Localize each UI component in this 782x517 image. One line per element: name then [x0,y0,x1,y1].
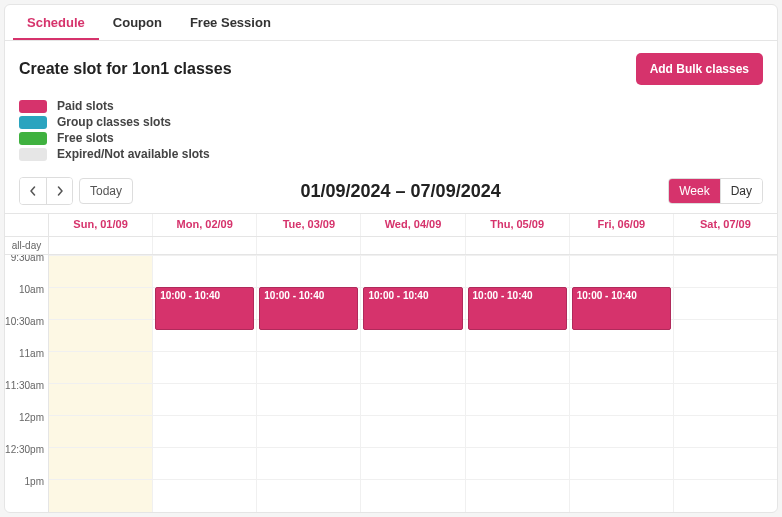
add-bulk-classes-button[interactable]: Add Bulk classes [636,53,763,85]
calendar-event[interactable]: 10:00 - 10:40 [572,287,671,330]
calendar-event[interactable]: 10:00 - 10:40 [363,287,462,330]
today-button[interactable]: Today [79,178,133,204]
time-label: 1pm [25,476,44,487]
tab-free-session[interactable]: Free Session [176,5,285,40]
allday-cell[interactable] [361,237,465,254]
chevron-left-icon [28,186,38,196]
tab-bar: Schedule Coupon Free Session [5,5,777,41]
calendar-event[interactable]: 10:00 - 10:40 [259,287,358,330]
page-title: Create slot for 1on1 classes [19,60,232,78]
legend-group: Group classes slots [19,115,763,129]
allday-cell[interactable] [674,237,777,254]
chevron-right-icon [55,186,65,196]
prev-button[interactable] [20,178,46,204]
tab-coupon[interactable]: Coupon [99,5,176,40]
calendar-event[interactable]: 10:00 - 10:40 [155,287,254,330]
allday-label: all-day [5,237,49,254]
nav-group [19,177,73,205]
time-label: 9:30am [11,255,44,263]
day-head-fri[interactable]: Fri, 06/09 [570,214,674,236]
legend-paid: Paid slots [19,99,763,113]
day-head-thu[interactable]: Thu, 05/09 [466,214,570,236]
time-label: 11am [19,348,44,359]
view-day-button[interactable]: Day [720,179,762,203]
day-column[interactable]: 10:00 - 10:40 [361,255,465,513]
time-label: 11:30am [5,380,44,391]
day-head-mon[interactable]: Mon, 02/09 [153,214,257,236]
day-head-sat[interactable]: Sat, 07/09 [674,214,777,236]
legend-group-label: Group classes slots [57,115,171,129]
legend-expired-label: Expired/Not available slots [57,147,210,161]
legend-paid-label: Paid slots [57,99,114,113]
date-range-title: 01/09/2024 – 07/09/2024 [301,181,501,202]
legend: Paid slots Group classes slots Free slot… [5,93,777,173]
allday-cell[interactable] [257,237,361,254]
tab-schedule[interactable]: Schedule [13,5,99,40]
time-label: 12pm [19,412,44,423]
calendar-body: 9:30am10am10:30am11am11:30am12pm12:30pm1… [5,255,777,513]
day-columns: 10:00 - 10:4010:00 - 10:4010:00 - 10:401… [49,255,777,513]
day-column[interactable]: 10:00 - 10:40 [466,255,570,513]
allday-cell[interactable] [466,237,570,254]
day-column[interactable] [674,255,777,513]
day-column[interactable]: 10:00 - 10:40 [257,255,361,513]
day-column[interactable] [49,255,153,513]
day-column[interactable]: 10:00 - 10:40 [570,255,674,513]
view-group: Week Day [668,178,763,204]
calendar: Sun, 01/09 Mon, 02/09 Tue, 03/09 Wed, 04… [5,213,777,513]
time-gutter: 9:30am10am10:30am11am11:30am12pm12:30pm1… [5,255,49,513]
swatch-paid [19,100,47,113]
day-head-sun[interactable]: Sun, 01/09 [49,214,153,236]
legend-expired: Expired/Not available slots [19,147,763,161]
allday-cell[interactable] [153,237,257,254]
day-column[interactable]: 10:00 - 10:40 [153,255,257,513]
allday-cell[interactable] [49,237,153,254]
swatch-free [19,132,47,145]
day-head-tue[interactable]: Tue, 03/09 [257,214,361,236]
next-button[interactable] [46,178,72,204]
legend-free: Free slots [19,131,763,145]
legend-free-label: Free slots [57,131,114,145]
calendar-toolbar: Today 01/09/2024 – 07/09/2024 Week Day [5,173,777,213]
calendar-event[interactable]: 10:00 - 10:40 [468,287,567,330]
allday-row: all-day [5,237,777,255]
scheduler-card: Schedule Coupon Free Session Create slot… [4,4,778,513]
calendar-header: Sun, 01/09 Mon, 02/09 Tue, 03/09 Wed, 04… [5,214,777,237]
header-row: Create slot for 1on1 classes Add Bulk cl… [5,41,777,93]
day-head-wed[interactable]: Wed, 04/09 [361,214,465,236]
time-label: 12:30pm [5,444,44,455]
swatch-expired [19,148,47,161]
time-label: 10:30am [5,316,44,327]
time-label: 10am [19,284,44,295]
swatch-group [19,116,47,129]
allday-cell[interactable] [570,237,674,254]
gutter-head [5,214,49,236]
view-week-button[interactable]: Week [669,179,719,203]
